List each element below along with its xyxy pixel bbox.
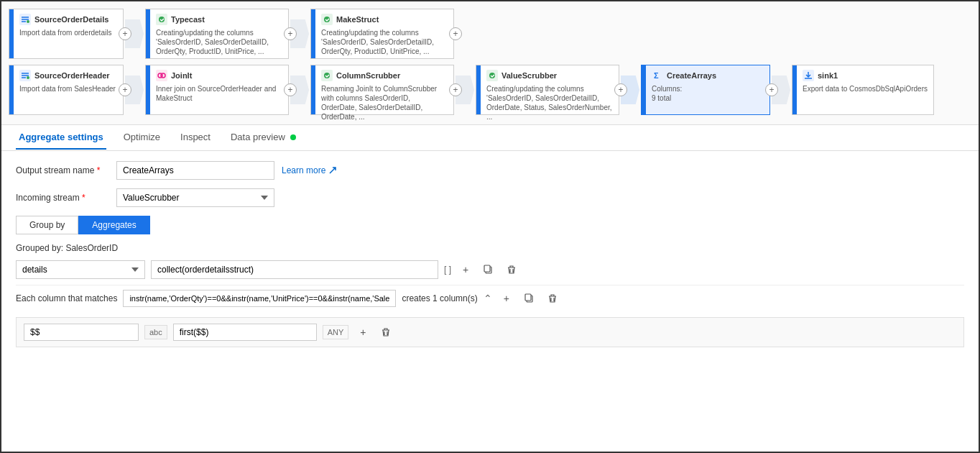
toggle-row: Group by Aggregates: [16, 216, 964, 234]
bottom-section: Aggregate settings Optimize Inspect Data…: [1, 125, 979, 452]
external-link-icon: [328, 166, 337, 175]
node-content: Σ CreateArrays Columns: 9 total: [646, 65, 769, 114]
required-star-2: *: [82, 193, 85, 203]
each-col-row: Each column that matches creates 1 colum…: [16, 285, 964, 311]
each-col-label: Each column that matches: [16, 293, 117, 303]
agg-delete-btn[interactable]: [503, 261, 520, 278]
svg-point-1: [27, 20, 29, 23]
node-header: MakeStruct: [321, 14, 448, 25]
node-title: MakeStruct: [336, 15, 379, 24]
agg-copy-btn[interactable]: [480, 261, 497, 278]
any-badge: ANY: [323, 325, 349, 339]
node-sourceorderheader[interactable]: SourceOrderHeader Import data from Sales…: [9, 65, 124, 115]
node-header: SourceOrderHeader: [19, 70, 117, 81]
node-title: SourceOrderHeader: [34, 71, 110, 80]
node-body: Columns: 9 total: [652, 84, 764, 103]
node-body: Export data to CosmosDbSqlApiOrders: [803, 84, 928, 93]
node-sink1[interactable]: sink1 Export data to CosmosDbSqlApiOrder…: [792, 65, 934, 115]
data-preview-dot: [290, 134, 296, 140]
sub-field-input[interactable]: [24, 324, 139, 341]
sink-icon: [803, 70, 814, 81]
agg-add-btn[interactable]: +: [457, 261, 474, 278]
sub-delete-btn[interactable]: [377, 324, 394, 341]
delete-icon-3: [381, 327, 391, 337]
node-valuescrubber[interactable]: ValueScrubber Creating/updating the colu…: [476, 65, 619, 115]
node-title: ColumnScrubber: [336, 71, 400, 80]
learn-more-link[interactable]: Learn more: [282, 165, 337, 175]
svg-rect-19: [484, 265, 490, 272]
node-title: Typecast: [171, 15, 205, 24]
tab-aggregate-settings[interactable]: Aggregate settings: [16, 126, 106, 150]
incoming-stream-select[interactable]: ValueScrubber: [116, 188, 274, 207]
node-add-btn[interactable]: +: [119, 27, 131, 40]
main-container: SourceOrderDetails Import data from orde…: [0, 0, 980, 453]
node-body: Creating/updating the columns 'SalesOrde…: [486, 84, 613, 122]
delete-icon-2: [547, 293, 558, 303]
node-title: JoinIt: [171, 71, 192, 80]
node-body: Renaming JoinIt to ColumnScrubber with c…: [321, 84, 448, 122]
node-body: Creating/updating the columns 'SalesOrde…: [156, 28, 282, 56]
node-content: JoinIt Inner join on SourceOrderHeader a…: [150, 65, 288, 114]
node-columnscrubber[interactable]: ColumnScrubber Renaming JoinIt to Column…: [310, 65, 454, 115]
node-body: Import data from orderdetails: [19, 28, 117, 37]
svg-rect-21: [525, 294, 531, 301]
aggregates-toggle[interactable]: Aggregates: [78, 216, 149, 234]
transform-icon: [321, 70, 333, 81]
transform-icon: [156, 14, 167, 25]
node-add-btn[interactable]: +: [765, 83, 778, 96]
group-by-toggle[interactable]: Group by: [16, 216, 78, 234]
node-add-btn[interactable]: +: [284, 27, 297, 40]
pipeline-row-1: SourceOrderDetails Import data from orde…: [9, 9, 971, 59]
node-header: Σ CreateArrays: [652, 70, 764, 81]
node-add-btn[interactable]: +: [614, 83, 627, 96]
node-add-btn[interactable]: +: [119, 83, 131, 96]
node-add-btn[interactable]: +: [449, 83, 462, 96]
agg-bracket: [ ]: [444, 265, 451, 275]
tab-data-preview[interactable]: Data preview: [228, 126, 300, 150]
sub-row-container: abc ANY +: [16, 317, 964, 347]
svg-point-7: [27, 76, 29, 79]
node-content: SourceOrderHeader Import data from Sales…: [14, 65, 123, 114]
collapse-btn[interactable]: ⌃: [484, 293, 492, 304]
node-title: ValueScrubber: [501, 71, 557, 80]
each-add-btn[interactable]: +: [498, 290, 515, 307]
node-title: CreateArrays: [667, 71, 716, 80]
sub-add-btn[interactable]: +: [354, 324, 371, 341]
settings-panel: Output stream name * Learn more Incoming…: [1, 151, 979, 452]
pipeline-area: SourceOrderDetails Import data from orde…: [1, 1, 979, 125]
node-makestruct[interactable]: MakeStruct Creating/updating the columns…: [310, 9, 454, 59]
each-delete-btn[interactable]: [544, 290, 561, 307]
each-col-expr-input[interactable]: [123, 290, 396, 307]
pipeline-row-2: SourceOrderHeader Import data from Sales…: [9, 65, 971, 115]
node-joinit[interactable]: JoinIt Inner join on SourceOrderHeader a…: [145, 65, 289, 115]
agg-col-select[interactable]: details: [16, 260, 145, 279]
node-header: SourceOrderDetails: [19, 14, 117, 25]
output-stream-name-input[interactable]: [116, 161, 274, 180]
creates-label: creates 1 column(s): [402, 293, 477, 303]
transform-icon: [486, 70, 498, 81]
node-add-btn[interactable]: +: [284, 83, 297, 96]
delete-icon: [507, 265, 517, 275]
transform-icon: [321, 14, 333, 25]
copy-icon: [484, 265, 494, 275]
agg-expr-input[interactable]: [151, 260, 438, 279]
node-title: SourceOrderDetails: [34, 15, 108, 24]
node-add-btn[interactable]: +: [449, 27, 462, 40]
node-content: Typecast Creating/updating the columns '…: [150, 9, 288, 58]
node-header: Typecast: [156, 14, 282, 25]
node-createarrays[interactable]: Σ CreateArrays Columns: 9 total +: [641, 65, 770, 115]
node-body: Import data from SalesHeader: [19, 84, 117, 93]
required-star: *: [97, 165, 101, 175]
node-typecast[interactable]: Typecast Creating/updating the columns '…: [145, 9, 289, 59]
toggle-group: Group by Aggregates: [16, 216, 150, 234]
node-content: sink1 Export data to CosmosDbSqlApiOrder…: [797, 65, 933, 114]
each-copy-btn[interactable]: [521, 290, 538, 307]
grouped-by-label: Grouped by: SalesOrderID: [16, 243, 964, 253]
node-title: sink1: [818, 71, 838, 80]
sub-expr-input[interactable]: [173, 324, 317, 341]
tab-optimize[interactable]: Optimize: [121, 126, 163, 150]
node-body: Creating/updating the columns 'SalesOrde…: [321, 28, 448, 56]
tab-inspect[interactable]: Inspect: [177, 126, 213, 150]
incoming-stream-row: Incoming stream * ValueScrubber: [16, 188, 964, 207]
node-sourceorderdetails[interactable]: SourceOrderDetails Import data from orde…: [9, 9, 124, 59]
